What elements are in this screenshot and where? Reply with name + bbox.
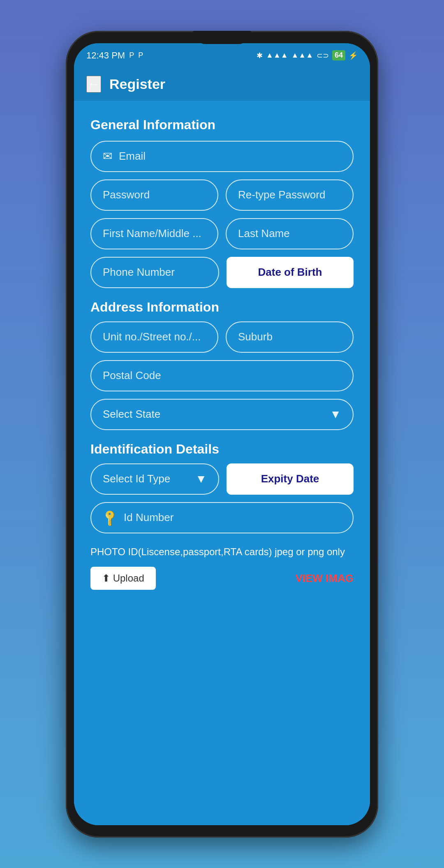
id-type-label: Select Id Type	[103, 472, 170, 485]
last-name-input[interactable]	[238, 227, 341, 240]
upload-button[interactable]: ⬆ Upload	[90, 567, 156, 590]
phone-field-container	[90, 257, 219, 288]
expiry-date-button[interactable]: Expity Date	[227, 463, 354, 495]
parking-icon-2: P	[138, 51, 143, 60]
first-name-input[interactable]	[103, 227, 206, 240]
postal-field-container	[90, 360, 354, 391]
email-field-container: ✉	[90, 141, 354, 172]
app-header: ← Register	[74, 68, 370, 101]
id-type-dropdown[interactable]: Select Id Type ▼	[90, 463, 219, 495]
phone-dob-row: Date of Birth	[90, 257, 354, 288]
id-details-title: Identification Details	[90, 442, 354, 457]
status-right: ✱ ▲▲▲ ▲▲▲ ⊂⊃ 64 ⚡	[257, 50, 358, 61]
password-input[interactable]	[103, 188, 206, 201]
key-icon: 🔑	[100, 507, 120, 527]
bottom-actions: ⬆ Upload VIEW IMAG	[90, 567, 354, 594]
charging-icon: ⚡	[349, 51, 358, 60]
postal-input[interactable]	[103, 369, 341, 382]
wifi-icon: ⊂⊃	[317, 51, 329, 60]
battery-indicator: 64	[332, 50, 345, 61]
unit-suburb-row	[90, 321, 354, 353]
password-field-container	[90, 179, 218, 211]
retype-password-field-container	[226, 179, 354, 211]
first-name-field-container	[90, 218, 218, 249]
suburb-input[interactable]	[238, 330, 341, 343]
password-row	[90, 179, 354, 211]
name-row	[90, 218, 354, 249]
id-number-field-container: 🔑	[90, 502, 354, 533]
view-image-link[interactable]: VIEW IMAG	[295, 572, 354, 585]
parking-icon-1: P	[129, 51, 134, 60]
email-icon: ✉	[103, 149, 112, 163]
state-dropdown[interactable]: Select State ▼	[90, 399, 354, 430]
retype-password-input[interactable]	[238, 188, 341, 201]
id-type-expiry-row: Select Id Type ▼ Expity Date	[90, 463, 354, 495]
back-button[interactable]: ←	[86, 76, 101, 93]
last-name-field-container	[226, 218, 354, 249]
id-type-chevron: ▼	[195, 472, 207, 486]
status-bar: 12:43 PM P P ✱ ▲▲▲ ▲▲▲ ⊂⊃ 64 ⚡	[74, 43, 370, 68]
state-dropdown-label: Select State	[103, 408, 160, 421]
photo-id-info-text: PHOTO ID(Liscense,passport,RTA cards) jp…	[90, 545, 354, 559]
dob-button[interactable]: Date of Birth	[227, 257, 354, 288]
suburb-field-container	[226, 321, 354, 353]
unit-input[interactable]	[103, 330, 206, 343]
signal-icon-1: ▲▲▲	[266, 51, 288, 60]
general-info-title: General Information	[90, 117, 354, 133]
status-time: 12:43 PM	[86, 50, 125, 61]
status-left: 12:43 PM P P	[86, 50, 143, 61]
phone-input[interactable]	[103, 266, 207, 279]
bluetooth-icon: ✱	[257, 51, 263, 60]
app-content: General Information ✉	[74, 101, 370, 825]
phone-screen: 12:43 PM P P ✱ ▲▲▲ ▲▲▲ ⊂⊃ 64 ⚡ ← Registe…	[74, 43, 370, 825]
id-number-input[interactable]	[124, 511, 341, 524]
chevron-down-icon: ▼	[330, 408, 341, 421]
signal-icon-2: ▲▲▲	[291, 51, 313, 60]
email-input[interactable]	[119, 150, 341, 163]
notch	[193, 31, 251, 44]
unit-field-container	[90, 321, 218, 353]
page-title: Register	[109, 76, 165, 92]
address-info-title: Address Information	[90, 300, 354, 315]
phone-frame: 12:43 PM P P ✱ ▲▲▲ ▲▲▲ ⊂⊃ 64 ⚡ ← Registe…	[66, 31, 378, 838]
